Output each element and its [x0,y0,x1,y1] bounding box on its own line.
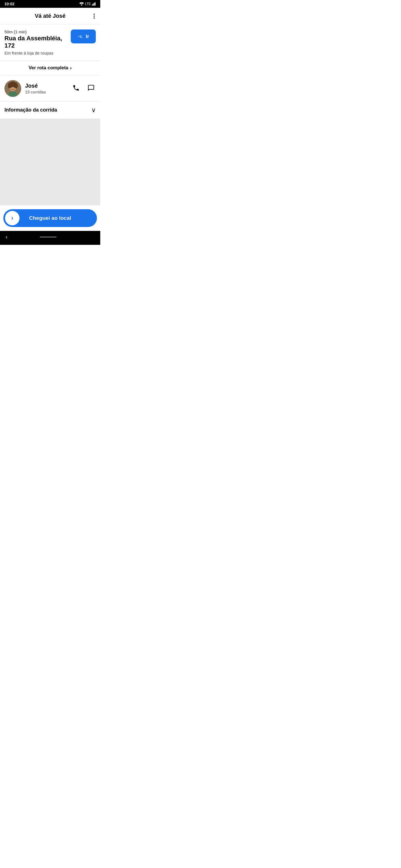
go-button-label: Ir [86,34,89,39]
cta-arrow-icon: › [11,215,13,222]
view-route-label: Ver rota completa [29,65,68,71]
rider-name: José [25,83,71,89]
cta-arrow-circle: › [5,211,20,225]
avatar-image [4,80,21,97]
svg-point-8 [8,83,11,89]
view-route-row[interactable]: Ver rota completa › [0,61,100,76]
ride-info-label: Informação da corrida [4,107,57,113]
rider-info: José 15 corridas [25,83,71,94]
more-options-button[interactable] [92,11,96,21]
address-section: 50m (1 min) Rua da Assembléia, 172 Em fr… [0,25,100,61]
signal-icon [92,2,96,6]
landmark-text: Em frente à loja de roupas [4,51,67,55]
menu-dot-3 [93,18,95,19]
arrived-button[interactable]: › Cheguei ao local [3,209,97,227]
menu-dot-1 [93,13,95,15]
svg-point-9 [15,83,18,89]
header: Vá até José [0,8,100,25]
phone-icon [73,84,80,92]
call-button[interactable] [71,83,81,93]
arrived-label: Cheguei ao local [20,215,95,221]
status-time: 10:02 [4,2,15,6]
menu-dot-2 [93,16,95,17]
svg-point-0 [81,4,82,6]
back-arrow-icon[interactable]: ‹ [6,234,7,240]
status-bar: 10:02 LTE [0,0,100,8]
svg-rect-1 [92,4,93,6]
street-name: Rua da Assembléia, 172 [4,35,67,50]
lte-label: LTE [85,2,91,6]
rider-rides: 15 corridas [25,90,71,94]
svg-rect-4 [95,2,96,6]
message-icon [87,84,95,92]
page-title: Vá até José [35,13,65,19]
avatar [4,80,21,97]
chevron-right-icon: › [70,65,71,71]
status-icons: LTE [79,2,96,6]
svg-point-10 [10,87,12,88]
wifi-icon [79,2,84,6]
map-area [0,119,100,205]
navigation-icon [78,33,84,39]
rider-section: José 15 corridas [0,76,100,101]
ride-info-section[interactable]: Informação da corrida ∨ [0,101,100,119]
svg-point-11 [14,87,15,88]
chevron-down-icon: ∨ [91,106,96,114]
go-button[interactable]: Ir [71,30,96,43]
home-indicator [40,237,57,238]
distance-text: 50m (1 min) [4,30,67,34]
svg-rect-2 [93,4,94,6]
address-info: 50m (1 min) Rua da Assembléia, 172 Em fr… [4,30,71,55]
bottom-nav-bar: ‹ [0,231,100,245]
rider-actions [71,83,96,93]
svg-rect-3 [94,3,95,6]
message-button[interactable] [86,83,96,93]
